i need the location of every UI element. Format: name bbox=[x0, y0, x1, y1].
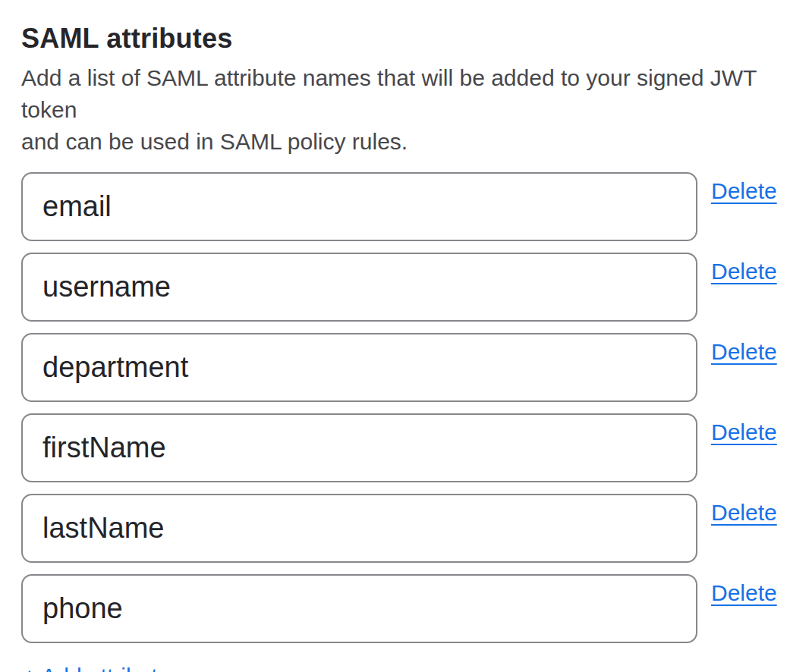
saml-attributes-section: SAML attributes Add a list of SAML attri… bbox=[0, 0, 809, 672]
delete-attribute-link[interactable]: Delete bbox=[711, 419, 777, 446]
attribute-row: Delete bbox=[21, 172, 794, 241]
delete-attribute-link[interactable]: Delete bbox=[711, 177, 777, 205]
attribute-input-department[interactable] bbox=[21, 333, 697, 402]
section-description: Add a list of SAML attribute names that … bbox=[21, 62, 794, 158]
attribute-row: Delete bbox=[21, 333, 794, 402]
description-line-1: Add a list of SAML attribute names that … bbox=[21, 62, 794, 126]
attribute-row: Delete bbox=[21, 413, 794, 482]
attribute-row: Delete bbox=[21, 253, 794, 322]
add-attribute-link[interactable]: + Add attribute bbox=[23, 663, 170, 672]
section-title: SAML attributes bbox=[21, 23, 794, 55]
delete-attribute-link[interactable]: Delete bbox=[711, 499, 777, 526]
attribute-input-phone[interactable] bbox=[21, 574, 697, 643]
attribute-input-firstname[interactable] bbox=[21, 413, 697, 482]
attribute-row: Delete bbox=[21, 494, 794, 563]
attribute-input-username[interactable] bbox=[21, 253, 697, 322]
attribute-input-lastname[interactable] bbox=[21, 494, 697, 563]
delete-attribute-link[interactable]: Delete bbox=[711, 338, 777, 366]
delete-attribute-link[interactable]: Delete bbox=[711, 579, 777, 607]
attribute-input-email[interactable] bbox=[21, 172, 697, 241]
description-line-2: and can be used in SAML policy rules. bbox=[21, 126, 794, 158]
attribute-row: Delete bbox=[21, 574, 794, 643]
delete-attribute-link[interactable]: Delete bbox=[711, 258, 777, 285]
